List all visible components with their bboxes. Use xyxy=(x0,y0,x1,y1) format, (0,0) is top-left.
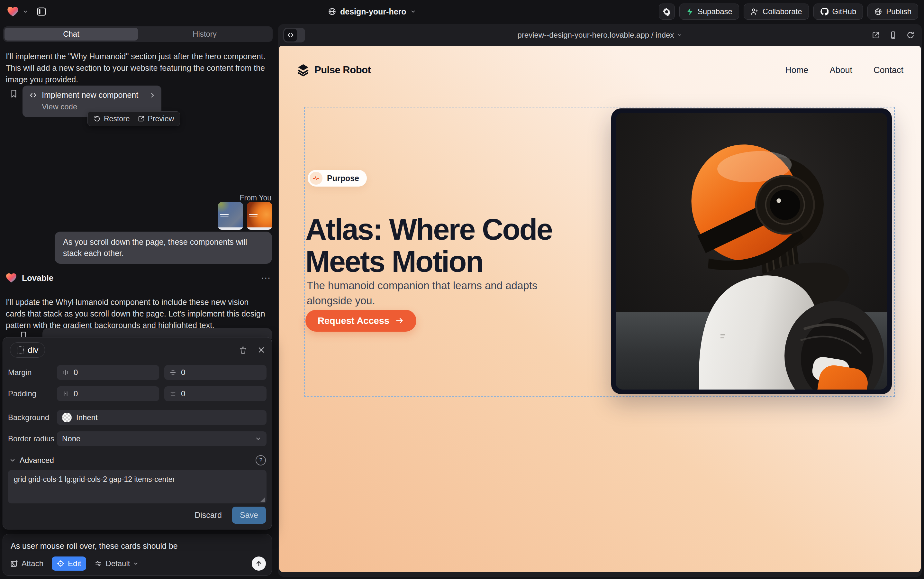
purpose-badge: Purpose xyxy=(308,170,367,186)
arrow-right-icon xyxy=(395,316,404,325)
margin-x-value: 0 xyxy=(73,368,78,377)
border-radius-label: Border radius xyxy=(8,434,57,443)
supabase-button[interactable]: Supabase xyxy=(679,3,739,20)
advanced-section-toggle[interactable]: Advanced ? xyxy=(9,455,266,466)
site-brand-name: Pulse Robot xyxy=(314,64,371,76)
chevron-down-icon xyxy=(133,561,139,566)
padding-x-value: 0 xyxy=(73,389,78,398)
advanced-classes-input[interactable]: grid grid-cols-1 lg:grid-cols-2 gap-12 i… xyxy=(8,470,266,504)
padding-label: Padding xyxy=(8,389,57,398)
edit-mode-button[interactable]: Edit xyxy=(52,556,86,571)
send-button[interactable] xyxy=(252,556,266,571)
preview-toolbar: preview--design-your-hero.lovable.app / … xyxy=(278,24,922,46)
tab-history[interactable]: History xyxy=(138,28,271,41)
border-radius-row: Border radius None xyxy=(8,431,266,446)
project-switcher[interactable]: design-your-hero xyxy=(328,0,416,23)
chat-panel: Chat History I'll implement the "Why Hum… xyxy=(0,23,276,579)
bookmark-icon[interactable] xyxy=(9,89,19,98)
restore-icon xyxy=(93,115,101,122)
nav-contact[interactable]: Contact xyxy=(873,65,903,75)
chevron-right-icon xyxy=(149,92,156,98)
more-options-icon[interactable]: ⋯ xyxy=(261,275,271,281)
github-button[interactable]: GitHub xyxy=(813,3,863,20)
assistant-message: I'll update the WhyHumanoid component to… xyxy=(6,296,269,331)
selected-element-tag[interactable]: div xyxy=(10,342,45,358)
restore-label: Restore xyxy=(104,114,130,123)
tab-chat[interactable]: Chat xyxy=(5,28,138,41)
hero-image-card xyxy=(611,108,892,394)
discard-button[interactable]: Discard xyxy=(194,510,222,520)
edit-label: Edit xyxy=(68,559,81,568)
settings-button[interactable] xyxy=(659,3,675,20)
padding-vertical-icon xyxy=(170,390,176,397)
preview-label: Preview xyxy=(148,114,174,123)
code-toggle-knob xyxy=(284,29,297,41)
close-icon[interactable] xyxy=(258,346,265,354)
preview-button[interactable]: Preview xyxy=(137,114,174,123)
lovable-logo[interactable] xyxy=(7,5,19,18)
component-card-title: Implement new component xyxy=(42,90,138,100)
request-access-button[interactable]: Request Access xyxy=(305,310,416,332)
refresh-icon[interactable] xyxy=(906,31,915,39)
mode-selector[interactable]: Default xyxy=(95,559,139,568)
restore-button[interactable]: Restore xyxy=(93,114,130,123)
github-icon xyxy=(820,7,829,16)
lovable-app-window: design-your-hero Supabase Co xyxy=(0,0,924,579)
view-code-link[interactable]: View code xyxy=(42,102,156,111)
from-you-label: From You xyxy=(240,194,271,202)
code-preview-toggle[interactable] xyxy=(283,28,305,43)
preview-url[interactable]: preview--design-your-hero.lovable.app / … xyxy=(518,31,682,39)
request-access-label: Request Access xyxy=(318,316,389,326)
globe-icon xyxy=(328,7,336,16)
nav-about[interactable]: About xyxy=(829,65,852,75)
attach-label: Attach xyxy=(21,559,43,568)
assistant-name: Lovable xyxy=(22,273,53,283)
chat-input[interactable]: As user mouse roll over, these cards sho… xyxy=(11,541,178,551)
margin-y-value: 0 xyxy=(181,368,185,377)
background-input[interactable]: Inherit xyxy=(57,410,266,425)
site-header: Pulse Robot Home About Contact xyxy=(279,46,921,94)
user-message-bubble: As you scroll down the page, these compo… xyxy=(55,232,272,264)
open-in-new-tab-icon[interactable] xyxy=(872,31,880,39)
message-hover-toolbar: Restore Preview xyxy=(87,111,180,126)
sidebar-toggle-icon[interactable] xyxy=(36,6,47,17)
element-inspector-popup: div Margin xyxy=(3,337,272,530)
globe-icon xyxy=(874,8,882,16)
topbar-right-group: Supabase Collaborate GitHub Publish xyxy=(659,3,924,20)
padding-y-input[interactable]: 0 xyxy=(164,386,266,401)
chevron-down-icon[interactable] xyxy=(23,9,28,15)
site-brand[interactable]: Pulse Robot xyxy=(296,63,371,77)
padding-x-input[interactable]: 0 xyxy=(57,386,159,401)
supabase-icon xyxy=(686,8,694,15)
margin-y-input[interactable]: 0 xyxy=(164,365,266,380)
hero-subtitle: The humanoid companion that learns and a… xyxy=(307,278,564,308)
attachment-thumbnail[interactable] xyxy=(218,202,243,230)
publish-button[interactable]: Publish xyxy=(867,3,918,20)
assistant-header-row: Lovable ⋯ xyxy=(5,271,271,285)
trash-icon[interactable] xyxy=(239,346,247,354)
border-radius-select[interactable]: None xyxy=(57,431,266,446)
chevron-down-icon xyxy=(255,435,261,442)
help-icon[interactable]: ? xyxy=(256,455,266,465)
attachment-thumbnail[interactable] xyxy=(247,202,272,230)
arrow-up-icon xyxy=(255,560,263,568)
preview-toolbar-actions xyxy=(872,24,915,46)
sliders-icon xyxy=(95,560,102,568)
mobile-view-icon[interactable] xyxy=(889,31,897,39)
collaborate-button[interactable]: Collaborate xyxy=(744,3,809,20)
dotted-square-icon xyxy=(17,347,24,353)
padding-y-value: 0 xyxy=(181,389,185,398)
lovable-heart-icon xyxy=(5,272,17,284)
site-viewport: Pulse Robot Home About Contact Purpose A… xyxy=(279,46,921,572)
top-bar: design-your-hero Supabase Co xyxy=(0,0,924,23)
attach-button[interactable]: Attach xyxy=(10,559,43,568)
pulse-icon xyxy=(310,172,322,185)
composer-toolbar: Attach Edit Default xyxy=(10,556,266,571)
chevron-down-icon xyxy=(410,9,416,15)
transparency-swatch-icon xyxy=(62,413,72,422)
nav-home[interactable]: Home xyxy=(785,65,808,75)
margin-x-input[interactable]: 0 xyxy=(57,365,159,380)
save-button[interactable]: Save xyxy=(232,507,266,524)
robot-illustration xyxy=(615,113,887,389)
hero-heading: Atlas: Where Code Meets Motion xyxy=(305,213,627,278)
